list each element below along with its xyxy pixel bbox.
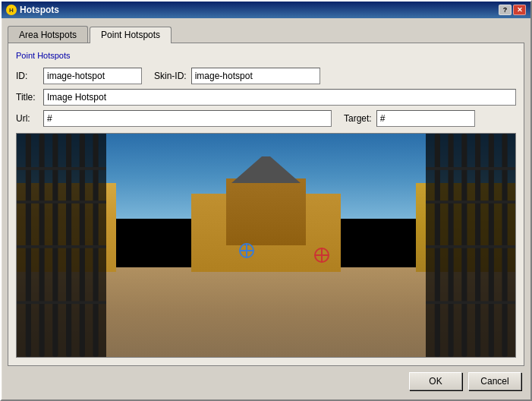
gate-left — [17, 134, 106, 357]
svg-rect-18 — [426, 245, 515, 248]
window-icon: H — [6, 5, 17, 15]
svg-rect-8 — [17, 245, 106, 248]
svg-rect-19 — [426, 302, 515, 305]
svg-rect-7 — [17, 200, 106, 204]
content-panel: Point Hotspots ID: Skin-ID: Title: Url: … — [8, 43, 524, 366]
gate-right — [426, 134, 515, 357]
help-button[interactable]: ? — [499, 5, 512, 15]
url-label: Url: — [16, 113, 39, 124]
title-bar-left: H Hotspots — [6, 5, 59, 15]
tab-area-hotspots[interactable]: Area Hotspots — [8, 26, 88, 43]
tabs: Area Hotspots Point Hotspots — [8, 24, 524, 43]
cancel-button[interactable]: Cancel — [468, 372, 521, 390]
svg-rect-16 — [426, 167, 515, 170]
id-row: ID: Skin-ID: — [16, 68, 516, 84]
target-label: Target: — [344, 113, 372, 124]
title-input[interactable] — [43, 89, 516, 106]
id-input[interactable] — [43, 68, 142, 84]
image-preview[interactable] — [16, 133, 516, 358]
tower-roof — [231, 156, 301, 183]
title-bar: H Hotspots ? ✕ — [2, 2, 530, 18]
url-input[interactable] — [43, 110, 332, 127]
title-bar-buttons: ? ✕ — [499, 5, 526, 15]
close-button[interactable]: ✕ — [513, 5, 526, 15]
hotspots-window: H Hotspots ? ✕ Area Hotspots Point Hotsp… — [0, 0, 532, 401]
target-input[interactable] — [376, 110, 475, 127]
group-label: Point Hotspots — [16, 51, 516, 60]
ok-button[interactable]: OK — [409, 372, 462, 390]
svg-rect-6 — [17, 167, 106, 170]
tab-point-hotspots[interactable]: Point Hotspots — [90, 27, 172, 43]
skin-id-label: Skin-ID: — [154, 71, 187, 81]
title-label: Title: — [16, 92, 39, 103]
hotspot-blue[interactable] — [238, 242, 253, 257]
title-row: Title: — [16, 89, 516, 106]
hotspot-red[interactable] — [313, 247, 329, 262]
bottom-bar: OK Cancel — [8, 366, 524, 393]
svg-rect-9 — [17, 302, 106, 305]
window-title: Hotspots — [20, 5, 59, 15]
window-body: Area Hotspots Point Hotspots Point Hotsp… — [2, 18, 530, 399]
tower — [226, 178, 306, 245]
url-row: Url: Target: — [16, 110, 516, 127]
id-label: ID: — [16, 71, 39, 81]
svg-rect-17 — [426, 200, 515, 204]
skin-id-input[interactable] — [191, 68, 320, 84]
